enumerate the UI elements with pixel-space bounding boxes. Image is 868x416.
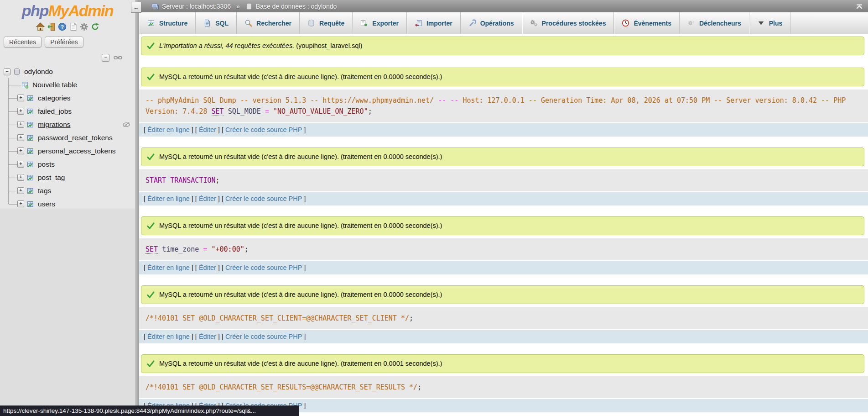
sql-token-string: "NO_AUTO_VALUE_ON_ZERO" bbox=[273, 107, 368, 116]
tree-item-label[interactable]: post_tag bbox=[38, 174, 65, 182]
tab-plus[interactable]: Plus bbox=[749, 12, 791, 34]
tree-item-posts[interactable]: +posts bbox=[0, 158, 135, 171]
eye-slash-icon[interactable] bbox=[122, 121, 130, 128]
check-icon bbox=[147, 74, 155, 80]
tab-importer[interactable]: Importer bbox=[407, 12, 461, 34]
edit-link-diter[interactable]: Éditer bbox=[199, 126, 216, 133]
new-table-icon bbox=[21, 81, 29, 89]
tree-item-failed-jobs[interactable]: +failed_jobs bbox=[0, 105, 135, 118]
tree-item-nouvelle-table[interactable]: Nouvelle table bbox=[0, 78, 135, 91]
tab-op-rations[interactable]: Opérations bbox=[461, 12, 522, 34]
tab-d-clencheurs[interactable]: Déclencheurs bbox=[680, 12, 749, 34]
tree-item-label[interactable]: password_reset_tokens bbox=[38, 134, 113, 142]
tab-structure[interactable]: Structure bbox=[140, 12, 196, 34]
tab-label: Procédures stockées bbox=[542, 20, 606, 27]
tab-exporter[interactable]: Exporter bbox=[353, 12, 407, 34]
expander-icon[interactable]: + bbox=[17, 108, 24, 115]
tree-item-label[interactable]: failed_jobs bbox=[38, 107, 72, 116]
tree-item-personal-access-tokens[interactable]: +personal_access_tokens bbox=[0, 144, 135, 158]
result-group-2: MySQL a retourné un résultat vide (c'est… bbox=[139, 68, 868, 137]
logo-php-text: php bbox=[22, 2, 48, 19]
edit-link-cr-er-le-code-source-php[interactable]: Créer le code source PHP bbox=[225, 126, 302, 133]
nav-button-pr-f-r-es[interactable]: Préférées bbox=[45, 37, 83, 47]
tree-item-label[interactable]: tags bbox=[38, 187, 51, 195]
edit-link-cr-er-le-code-source-php[interactable]: Créer le code source PHP bbox=[225, 195, 302, 202]
tree-item-tags[interactable]: +tags bbox=[0, 184, 135, 197]
tree-item-password-reset-tokens[interactable]: +password_reset_tokens bbox=[0, 131, 135, 144]
table-icon bbox=[27, 161, 34, 168]
sql-token-comment: -- phpMyAdmin SQL Dump -- version 5.1.3 … bbox=[146, 96, 438, 105]
edit-links-row: [ Éditer en ligne ] [ Éditer ] [ Créer l… bbox=[139, 192, 868, 205]
tree-item-label[interactable]: Nouvelle table bbox=[32, 81, 77, 89]
success-message: MySQL a retourné un résultat vide (c'est… bbox=[141, 147, 864, 166]
tab-label: Déclencheurs bbox=[699, 20, 741, 27]
tree-root-label[interactable]: odylondo bbox=[24, 68, 53, 76]
reload-icon[interactable] bbox=[91, 22, 99, 31]
operations-icon bbox=[468, 19, 476, 27]
result-group-4: MySQL a retourné un résultat vide (c'est… bbox=[139, 216, 868, 274]
link-panel-icon[interactable] bbox=[114, 55, 122, 61]
breadcrumb-server[interactable]: Serveur : localhost:3306 bbox=[151, 3, 231, 10]
table-icon bbox=[27, 187, 34, 195]
edit-link-cr-er-le-code-source-php[interactable]: Créer le code source PHP bbox=[225, 333, 302, 340]
tree-item-label[interactable]: categories bbox=[38, 94, 71, 102]
edit-link-cr-er-le-code-source-php[interactable]: Créer le code source PHP bbox=[225, 264, 302, 271]
results-area: L'importation a réussi, 44 requêtes exéc… bbox=[139, 37, 868, 412]
success-message-text: L'importation a réussi, 44 requêtes exéc… bbox=[159, 41, 362, 51]
edit-link-diter-en-ligne[interactable]: Éditer en ligne bbox=[147, 195, 190, 202]
expander-icon[interactable]: + bbox=[17, 147, 24, 154]
tab-sql[interactable]: SQL bbox=[196, 12, 237, 34]
expander-icon[interactable]: + bbox=[17, 187, 24, 194]
server-icon bbox=[151, 3, 159, 10]
phpmyadmin-window: phpMyAdmin ? RécentesPréférées − −odylon… bbox=[0, 0, 868, 416]
tree-item-label[interactable]: posts bbox=[38, 160, 55, 169]
collapse-all-button[interactable]: − bbox=[102, 54, 109, 62]
help-icon[interactable]: ? bbox=[58, 22, 67, 31]
main-content: Serveur : localhost:3306 » Base de donné… bbox=[139, 0, 868, 416]
breadcrumb-database[interactable]: Base de données : odylondo bbox=[245, 3, 337, 10]
expander-icon[interactable]: + bbox=[17, 174, 24, 181]
tab-proc-dures-stock-es[interactable]: Procédures stockées bbox=[522, 12, 614, 34]
edit-link-diter-en-ligne[interactable]: Éditer en ligne bbox=[147, 264, 190, 271]
tab-v-nements[interactable]: Évènements bbox=[614, 12, 679, 34]
settings-icon[interactable] bbox=[80, 22, 88, 31]
table-icon bbox=[27, 121, 34, 128]
panel-separator[interactable] bbox=[135, 0, 139, 416]
edit-link-diter-en-ligne[interactable]: Éditer en ligne bbox=[147, 126, 190, 133]
expander-icon[interactable]: + bbox=[17, 161, 24, 168]
scroll-top-icon[interactable] bbox=[855, 3, 864, 10]
tree-item-label[interactable]: migrations bbox=[38, 121, 71, 129]
phpmyadmin-logo[interactable]: phpMyAdmin bbox=[0, 3, 135, 19]
tree-item-post-tag[interactable]: +post_tag bbox=[0, 171, 135, 184]
edit-link-diter[interactable]: Éditer bbox=[199, 333, 216, 340]
table-icon bbox=[27, 134, 34, 142]
tree-item-categories[interactable]: +categories bbox=[0, 91, 135, 105]
expander-icon[interactable]: + bbox=[17, 134, 24, 141]
expander-icon[interactable]: + bbox=[17, 121, 24, 128]
expander-icon[interactable]: + bbox=[17, 95, 24, 101]
sql-code-block: /*!40101 SET @OLD_CHARACTER_SET_RESULTS=… bbox=[139, 376, 868, 398]
edit-link-diter[interactable]: Éditer bbox=[199, 195, 216, 202]
database-icon bbox=[245, 3, 253, 10]
tab-rechercher[interactable]: Rechercher bbox=[237, 12, 300, 34]
edit-link-diter[interactable]: Éditer bbox=[199, 264, 216, 271]
tree-item-label[interactable]: users bbox=[38, 200, 55, 208]
tab-requ-te[interactable]: Requête bbox=[300, 12, 353, 34]
docs-icon[interactable] bbox=[69, 22, 78, 31]
home-icon[interactable] bbox=[36, 22, 45, 31]
success-message-text: MySQL a retourné un résultat vide (c'est… bbox=[159, 152, 442, 162]
expander-icon[interactable]: + bbox=[17, 200, 24, 207]
collapse-navigation-button[interactable]: ← bbox=[131, 2, 141, 13]
expander-icon[interactable]: − bbox=[4, 68, 10, 75]
tree-item-label[interactable]: personal_access_tokens bbox=[38, 147, 116, 155]
breadcrumb-database-label: Base de données : odylondo bbox=[256, 3, 337, 10]
edit-link-diter-en-ligne[interactable]: Éditer en ligne bbox=[147, 333, 190, 340]
nav-button-r-centes[interactable]: Récentes bbox=[4, 37, 42, 47]
tab-bar: StructureSQLRechercherRequêteExporterImp… bbox=[139, 12, 868, 34]
tab-label: Opérations bbox=[480, 20, 514, 27]
sql-token-comment: /*!40101 SET @OLD_CHARACTER_SET_CLIENT=@… bbox=[146, 314, 409, 322]
tree-item-migrations[interactable]: +migrations bbox=[0, 118, 135, 131]
triggers-icon bbox=[687, 19, 695, 27]
door-exit-icon[interactable] bbox=[47, 22, 56, 31]
tree-root-odylondo[interactable]: −odylondo bbox=[0, 65, 135, 78]
